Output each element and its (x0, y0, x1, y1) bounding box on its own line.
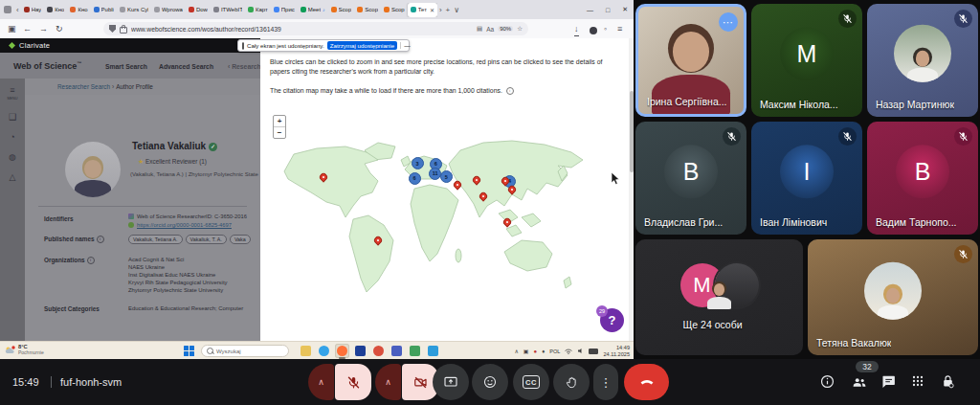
tray-clock[interactable]: 14:49 24.11.2025 (603, 345, 630, 358)
globe-icon[interactable]: ◍ (9, 153, 16, 161)
browser-tab[interactable]: Scop (381, 3, 408, 17)
browser-tab[interactable]: Wprowad (151, 3, 186, 17)
nav-smart-search[interactable]: Smart Search (105, 63, 147, 70)
browser-tab[interactable]: Meet♪ (298, 3, 328, 17)
tab-scroll-right-icon[interactable]: › (439, 6, 442, 14)
browser-tab[interactable]: Тет✕ (408, 3, 437, 17)
participant-tile[interactable]: ВВадим Тарнопо... (867, 122, 978, 235)
taskbar-search[interactable]: Wyszukaj (201, 345, 289, 357)
start-button[interactable] (184, 346, 194, 356)
activities-button[interactable] (910, 373, 927, 391)
participant-tile[interactable]: ММаксим Нікола... (751, 4, 862, 117)
map-pin-marker[interactable] (373, 235, 384, 245)
menu-button[interactable]: ≡ (617, 22, 622, 35)
taskbar-app-app-dark[interactable] (353, 344, 368, 358)
participant-tile[interactable]: ВВладислав Гри... (635, 122, 746, 235)
translate-icon[interactable]: Aа (486, 26, 494, 33)
maximize-button[interactable]: □ (606, 7, 610, 13)
published-name-chip[interactable]: Vakaliuk, T. A. (186, 235, 227, 244)
forward-button[interactable]: → (39, 22, 48, 35)
mic-options-chevron[interactable]: ∧ (308, 364, 334, 400)
participant-tile[interactable]: ІІван Лімінович (751, 122, 862, 235)
browser-tab[interactable]: Нау (21, 3, 45, 17)
tile-menu-button[interactable]: ⋯ (719, 12, 738, 32)
reactions-button[interactable] (472, 364, 508, 400)
world-map[interactable]: 3611564 (271, 110, 625, 335)
map-cluster-marker[interactable]: 6 (409, 172, 421, 185)
downloads-button[interactable]: ↓ (574, 22, 579, 36)
present-screen-button[interactable] (433, 364, 469, 400)
battery-icon[interactable] (589, 349, 598, 354)
tracking-shield-icon[interactable] (109, 25, 116, 33)
weather-widget[interactable]: 8°C Pochmurnie (5, 344, 44, 355)
stop-sharing-button[interactable]: Zatrzymaj udostępnianie (327, 41, 397, 50)
browser-tab[interactable]: Кно (44, 3, 67, 17)
url-text[interactable]: www.webofscience.com/wos/author/record/1… (131, 26, 473, 33)
map-cluster-marker[interactable]: 5 (440, 170, 453, 183)
people-button[interactable] (851, 373, 868, 391)
sidebar-toggle-icon[interactable]: ▣ (8, 22, 16, 35)
notice-minimize-button[interactable]: — (400, 42, 411, 49)
participant-tile[interactable]: Тетяна Вакалюк (808, 239, 978, 355)
browser-tab[interactable]: Publi (91, 3, 117, 17)
identifier-value[interactable]: https://orcid.org/0000-0001-6825-4697 (137, 222, 232, 228)
minimize-button[interactable]: — (587, 7, 593, 13)
url-bar[interactable]: www.webofscience.com/wos/author/record/1… (103, 22, 528, 35)
browser-tab[interactable]: Dow (186, 3, 211, 17)
chat-button[interactable] (880, 373, 898, 391)
browser-tab[interactable]: Прис (271, 3, 298, 17)
wifi-icon[interactable] (565, 349, 572, 354)
map-pin-marker[interactable] (478, 191, 488, 201)
host-controls-button[interactable] (940, 373, 957, 391)
taskbar-app-edge[interactable] (317, 344, 331, 358)
language-indicator[interactable]: POL (549, 349, 560, 354)
info-icon[interactable]: i (506, 87, 514, 95)
browser-tab[interactable]: Scop (328, 3, 355, 17)
map-cluster-marker[interactable]: 3 (412, 157, 424, 169)
map-pin-marker[interactable] (472, 175, 482, 186)
camera-options-chevron[interactable]: ∧ (375, 364, 401, 400)
published-name-chip[interactable]: Vaka (230, 235, 251, 244)
tab-overview-icon[interactable]: ∨ (454, 6, 459, 14)
extension-badge-icon[interactable] (590, 25, 597, 38)
browser-tab[interactable]: ITWebIT_ (211, 3, 245, 17)
reader-mode-icon[interactable]: ▤ (477, 25, 482, 33)
end-call-button[interactable] (624, 364, 669, 400)
mic-off-button[interactable] (335, 364, 371, 400)
taskbar-app-firefox[interactable] (335, 344, 349, 358)
participant-tile[interactable]: Назар Мартинюк (867, 4, 978, 117)
tray-mic-icon[interactable]: ♦ (542, 349, 545, 354)
browser-tab[interactable]: Карт (245, 3, 271, 17)
tab-close-icon[interactable]: ✕ (430, 7, 434, 13)
browser-tab[interactable]: Kurs Cyb (117, 3, 151, 17)
tray-expand-icon[interactable]: ∧ (514, 348, 518, 354)
taskbar-app-explorer[interactable] (299, 344, 313, 358)
map-pin-marker[interactable] (452, 180, 462, 191)
taskbar-app-vscode[interactable] (426, 344, 440, 358)
pages-icon[interactable]: ❑ (9, 113, 16, 121)
more-options-button[interactable]: ⋮ (593, 364, 618, 400)
browser-tab[interactable]: Кно (67, 3, 90, 17)
new-tab-button[interactable]: + (446, 6, 451, 14)
reload-button[interactable]: ↻ (56, 22, 63, 35)
published-name-chip[interactable]: Vakaliuk, Tetiana A. (128, 235, 183, 244)
meeting-info-button[interactable] (819, 373, 836, 391)
menu-icon[interactable]: ≡ (10, 86, 14, 94)
tray-app-icon[interactable]: ▣ (523, 348, 529, 354)
breadcrumb[interactable]: Researcher Search›Author Profile (57, 83, 153, 90)
history-icon[interactable]: ◔ (10, 133, 14, 141)
help-button[interactable]: ? 29 (600, 308, 624, 332)
zoom-out-button[interactable]: − (274, 126, 285, 138)
back-button[interactable]: ← (23, 22, 32, 35)
participant-tile[interactable]: MЩе 24 особи (635, 239, 803, 355)
volume-icon[interactable] (577, 348, 584, 354)
taskbar-app-app-green[interactable] (408, 344, 422, 358)
zoom-level-chip[interactable]: 90% (498, 26, 513, 32)
zoom-in-button[interactable]: + (274, 116, 285, 126)
close-window-button[interactable]: ✕ (622, 6, 628, 13)
map-pin-marker[interactable] (318, 172, 328, 183)
captions-button[interactable]: CC (513, 364, 549, 400)
participant-tile[interactable]: ⋯Ірина Сергіївна... (635, 4, 746, 117)
bell-icon[interactable]: △ (10, 173, 16, 181)
map-pin-marker[interactable] (501, 216, 512, 227)
